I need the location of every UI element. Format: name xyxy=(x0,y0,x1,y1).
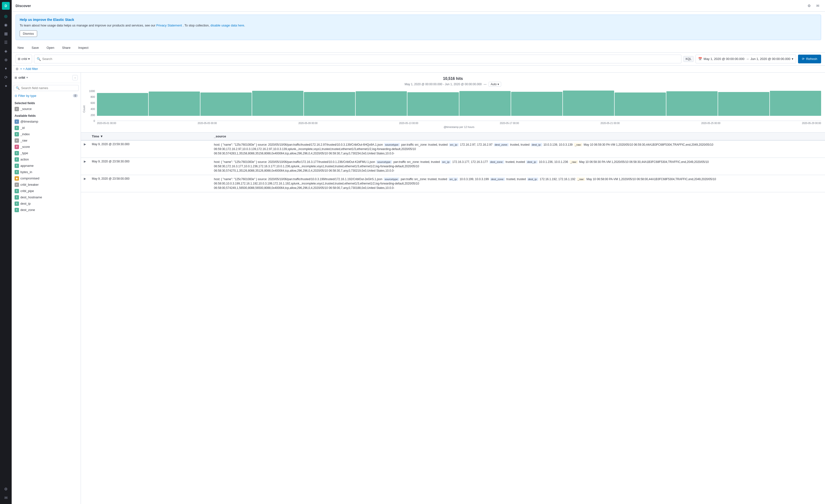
privacy-link[interactable]: Privacy Statement xyxy=(156,23,182,27)
nav-icon-discover[interactable]: ◎ xyxy=(2,12,10,20)
field-item-cribl-pipe[interactable]: t cribl_pipe xyxy=(12,188,81,194)
field-type-icon-index: t xyxy=(15,132,19,137)
expand-button-2[interactable]: ▶ xyxy=(84,160,86,163)
time-arrow-icon: → xyxy=(746,57,749,61)
filter-by-type-button[interactable]: ⊙ Filter by type xyxy=(15,94,36,98)
field-item-appname[interactable]: t appname xyxy=(12,163,81,169)
badge-dest-zone-1: dest_zone: xyxy=(494,143,509,146)
field-type-icon-dest-ip: t xyxy=(15,201,19,206)
time-to: Jun 1, 2020 @ 00:00:00.000 xyxy=(750,57,790,61)
save-button[interactable]: Save xyxy=(30,45,41,51)
bar-12 xyxy=(666,91,718,115)
y-axis: Count 1000 800 600 400 200 0 xyxy=(85,90,97,129)
calendar-icon: 📅 xyxy=(698,57,702,61)
field-search-input[interactable] xyxy=(21,86,77,90)
field-item-index[interactable]: t _index xyxy=(12,131,81,138)
field-item-cribl-breaker[interactable]: # cribl_breaker xyxy=(12,182,81,188)
col-header-time[interactable]: Time ▼ xyxy=(89,133,211,140)
table-row: ▶ May 9, 2020 @ 23:58:30.000 host: { "na… xyxy=(81,158,825,175)
field-type-icon-cribl-pipe: t xyxy=(15,189,19,193)
field-name-cribl-pipe: cribl_pipe xyxy=(20,189,34,193)
time-cell-3: May 9, 2020 @ 23:58:00.000 xyxy=(89,175,211,192)
field-name-raw: _raw xyxy=(20,139,27,142)
x-label-3: 2020-05-09 00:00 xyxy=(298,122,317,124)
time-range-label: May 1, 2020 @ 00:00:00.000 - Jun 1, 2020… xyxy=(405,83,482,86)
badge-dest-zone-2: dest_zone: xyxy=(489,160,504,164)
field-type-icon-cribl-breaker: # xyxy=(15,183,19,187)
settings-icon[interactable]: ⚙ xyxy=(806,2,812,9)
nav-icon-analytics[interactable]: ◉ xyxy=(2,21,10,29)
field-item-dest-ip[interactable]: t dest_ip xyxy=(12,200,81,207)
index-chevron-icon: ▾ xyxy=(28,57,30,61)
nav-icon-visualize[interactable]: ☰ xyxy=(2,38,10,46)
expand-button-3[interactable]: ▶ xyxy=(84,177,86,180)
auto-select[interactable]: Auto ▾ xyxy=(489,82,502,87)
y-tick-600: 600 xyxy=(85,101,95,104)
field-type-icon-bytes-in: t xyxy=(15,170,19,174)
field-search-wrapper: 🔍 xyxy=(14,85,79,91)
x-label-4: 2020-05-13 00:00 xyxy=(399,122,418,124)
nav-icon-dashboards[interactable]: ▦ xyxy=(2,30,10,37)
share-button[interactable]: Share xyxy=(60,45,72,51)
index-selector[interactable]: ⊞ cribl ▾ xyxy=(15,55,32,63)
expand-cell-3: ▶ xyxy=(81,175,89,192)
y-tick-800: 800 xyxy=(85,95,95,98)
field-type-icon-raw: # xyxy=(15,138,19,143)
field-type-icon-type: t xyxy=(15,151,19,155)
field-item-id[interactable]: t _id xyxy=(12,125,81,131)
nav-icon-settings[interactable]: ⚙ xyxy=(2,485,10,493)
field-item-dest-hostname[interactable]: t dest_hostname xyxy=(12,194,81,200)
dismiss-button[interactable]: Dismiss xyxy=(20,30,37,37)
search-input[interactable] xyxy=(42,57,679,61)
field-item-compromised[interactable]: ◉ compromised xyxy=(12,175,81,182)
nav-icon-security[interactable]: ♦ xyxy=(2,65,10,72)
inspect-button[interactable]: Inspect xyxy=(76,45,90,51)
nav-icon-maps[interactable]: ◈ xyxy=(2,47,10,55)
nav-icon-alerts[interactable]: ✦ xyxy=(2,82,10,90)
sidebar-collapse-button[interactable]: ‹ xyxy=(72,75,78,80)
open-button[interactable]: Open xyxy=(45,45,56,51)
field-name-score: _score xyxy=(20,145,30,149)
sidebar: ⊞ cribl ▾ ‹ 🔍 ⊙ Filter by type xyxy=(12,73,81,504)
field-name-action: action xyxy=(20,158,29,161)
index-name: cribl xyxy=(21,57,27,61)
x-label-8: 2020-05-29 00:00 xyxy=(802,122,821,124)
badge-raw-3: _raw: xyxy=(577,177,585,181)
refresh-button[interactable]: ⟳ Refresh xyxy=(798,55,821,63)
field-item-bytes-in[interactable]: t bytes_in xyxy=(12,169,81,175)
bar-10 xyxy=(563,91,614,116)
mail-icon[interactable]: ✉ xyxy=(814,2,821,9)
kql-toggle[interactable]: KQL xyxy=(683,56,693,62)
y-tick-0: 0 xyxy=(85,119,95,122)
field-item-dest-zone[interactable]: t dest_zone xyxy=(12,207,81,213)
time-picker[interactable]: 📅 May 1, 2020 @ 00:00:00.000 → Jun 1, 20… xyxy=(695,55,796,63)
nav-icon-mail[interactable]: ✉ xyxy=(2,494,10,502)
filter-bar: ⚙ + + Add filter xyxy=(12,66,825,73)
chart-xlabel-label: @timestamp per 12 hours xyxy=(97,125,821,129)
field-type-icon-compromised: ◉ xyxy=(15,176,19,181)
expand-button-1[interactable]: ▶ xyxy=(84,143,86,146)
field-item-timestamp[interactable]: t @timestamp xyxy=(12,118,81,125)
new-button[interactable]: New xyxy=(15,45,26,51)
field-item-score[interactable]: # _score xyxy=(12,144,81,150)
field-item-raw[interactable]: # _raw xyxy=(12,138,81,144)
add-filter-button[interactable]: + + Add filter xyxy=(20,67,38,71)
app-logo[interactable]: D xyxy=(2,2,10,10)
nav-icon-ml[interactable]: ⊕ xyxy=(2,56,10,64)
field-type-icon-timestamp: t xyxy=(15,119,19,124)
selected-field-source[interactable]: # _source xyxy=(12,106,81,112)
bars-area xyxy=(97,90,821,121)
plus-icon: + xyxy=(20,67,22,71)
nav-icon-integrations[interactable]: ⟳ xyxy=(2,73,10,81)
time-chevron-icon: ▾ xyxy=(792,57,794,61)
bar-4 xyxy=(252,91,303,116)
chart-body: Count 1000 800 600 400 200 0 xyxy=(85,90,821,129)
field-item-type[interactable]: t _type xyxy=(12,150,81,156)
badge-src-ip-3: src_ip: xyxy=(448,177,458,181)
action-bar: New Save Open Share Inspect xyxy=(12,43,825,53)
field-item-action[interactable]: t action xyxy=(12,156,81,163)
disable-link[interactable]: disable usage data here xyxy=(210,23,244,27)
x-label-7: 2020-05-25 00:00 xyxy=(701,122,720,124)
field-name-id: _id xyxy=(20,126,24,130)
bar-7 xyxy=(407,92,459,115)
